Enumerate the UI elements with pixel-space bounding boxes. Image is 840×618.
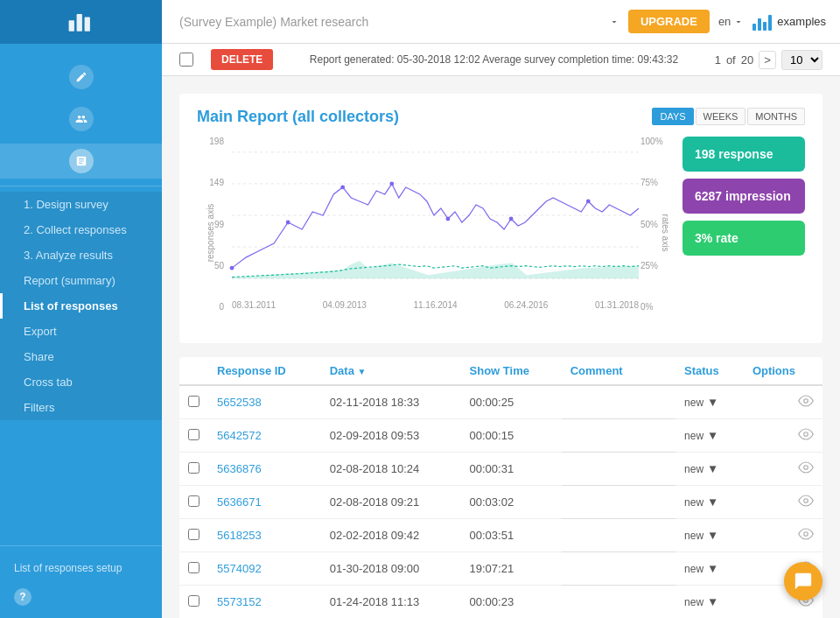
row-response-id-5573152: 5573152 [208, 586, 321, 619]
row-data-5636876: 02-08-2018 10:24 [321, 453, 461, 486]
chart-svg [232, 137, 639, 294]
svg-point-10 [340, 186, 345, 190]
row-comment-5573152 [562, 586, 676, 619]
row-checkbox-5636671[interactable] [188, 495, 200, 507]
toolbar: DELETE Report generated: 05-30-2018 12:0… [162, 44, 840, 76]
col-header-status[interactable]: Status [676, 357, 744, 385]
col-header-data[interactable]: Data ▼ [321, 357, 461, 385]
sidebar-item-share[interactable]: Share [0, 344, 162, 369]
row-checkbox-5574092[interactable] [188, 562, 200, 573]
response-id-link-5618253[interactable]: 5618253 [217, 529, 262, 542]
row-checkbox-5573152[interactable] [188, 595, 200, 607]
row-show-time-5636671: 00:03:02 [461, 486, 562, 519]
chat-bubble-button[interactable] [784, 562, 822, 600]
row-checkbox-5636876[interactable] [188, 462, 200, 474]
delete-button[interactable]: DELETE [211, 49, 273, 70]
sidebar-item-cross-tab[interactable]: Cross tab [0, 369, 162, 395]
svg-point-12 [446, 217, 451, 221]
svg-rect-0 [68, 20, 74, 32]
response-id-link-5652538[interactable]: 5652538 [217, 396, 262, 409]
chart-area: 08.31.2011 04.09.2013 11.16.2014 06.24.2… [232, 137, 639, 312]
eye-icon-5642572[interactable] [798, 431, 814, 445]
response-id-link-5636876[interactable]: 5636876 [217, 462, 262, 475]
sidebar-item-export[interactable]: Export [0, 319, 162, 344]
status-badge-5642572: new ▼ [684, 429, 718, 442]
sidebar-item-filters[interactable]: Filters [0, 395, 162, 420]
status-dropdown-5636876[interactable]: ▼ [707, 462, 718, 475]
row-status-5618253: new ▼ [676, 519, 744, 552]
response-id-link-5573152[interactable]: 5573152 [217, 595, 262, 608]
upgrade-button[interactable]: UPGRADE [628, 10, 710, 33]
sidebar-item-report-summary[interactable]: Report (summary) [0, 268, 162, 293]
topbar: (Survey Example) Market research UPGRADE… [162, 0, 840, 44]
svg-point-18 [804, 499, 808, 503]
response-id-link-5642572[interactable]: 5642572 [217, 429, 262, 442]
sidebar-item-analyze-results[interactable]: 3. Analyze results [0, 242, 162, 268]
table-row: 5642572 02-09-2018 09:53 00:00:15 new ▼ [179, 419, 822, 453]
time-btn-days[interactable]: DAYS [652, 108, 693, 125]
nav-icon-design[interactable] [0, 60, 162, 95]
select-all-checkbox[interactable] [179, 53, 193, 67]
y-axis-left: 198 149 99 50 0 [197, 137, 228, 312]
time-btn-weeks[interactable]: WEEKS [696, 108, 746, 125]
table-row: 5636876 02-08-2018 10:24 00:00:31 new ▼ [179, 453, 822, 486]
row-status-5642572: new ▼ [676, 419, 744, 453]
row-checkbox-5652538[interactable] [188, 396, 200, 407]
svg-rect-2 [84, 18, 89, 32]
row-options-5652538 [744, 385, 822, 419]
row-checkbox-5618253[interactable] [188, 529, 200, 540]
row-comment-5652538 [562, 385, 676, 419]
row-data-5642572: 02-09-2018 09:53 [321, 419, 461, 453]
row-status-5573152: new ▼ [676, 586, 744, 619]
response-id-link-5636671[interactable]: 5636671 [217, 495, 262, 509]
per-page-select[interactable]: 10 20 50 [781, 50, 822, 70]
row-comment-5642572 [562, 419, 676, 453]
row-checkbox-cell [179, 385, 208, 419]
row-checkbox-cell [179, 486, 208, 519]
row-response-id-5642572: 5642572 [208, 419, 321, 453]
eye-icon-5636671[interactable] [798, 497, 814, 511]
eye-icon-5652538[interactable] [798, 397, 814, 411]
row-response-id-5618253: 5618253 [208, 519, 321, 552]
sidebar: 1. Design survey 2. Collect responses 3.… [0, 0, 162, 618]
row-show-time-5574092: 19:07:21 [461, 552, 562, 586]
content-area: Main Report (all collectors) DAYS WEEKS … [162, 76, 840, 618]
row-show-time-5636876: 00:00:31 [461, 453, 562, 486]
col-header-comment[interactable]: Comment [562, 357, 676, 385]
status-dropdown-5618253[interactable]: ▼ [707, 529, 718, 542]
analyze-icon [69, 149, 94, 173]
chart-and-stats: responses axis rates axis 198 149 99 50 … [197, 137, 805, 329]
sidebar-item-design-survey[interactable]: 1. Design survey [0, 192, 162, 217]
status-badge-5636876: new ▼ [684, 462, 718, 475]
col-header-show-time[interactable]: Show Time [461, 357, 562, 385]
time-btn-months[interactable]: MONTHS [747, 108, 805, 125]
survey-dropdown-button[interactable] [609, 17, 620, 27]
account-logo-area: examples [752, 13, 826, 31]
status-dropdown-5574092[interactable]: ▼ [707, 562, 718, 575]
status-dropdown-5642572[interactable]: ▼ [707, 429, 718, 442]
help-link[interactable]: ? [0, 581, 162, 613]
col-header-response-id[interactable]: Response ID [208, 357, 321, 385]
sidebar-item-list-responses[interactable]: List of responses [0, 293, 162, 319]
nav-icon-analyze[interactable] [0, 144, 162, 179]
nav-icon-collect[interactable] [0, 102, 162, 137]
status-dropdown-5652538[interactable]: ▼ [707, 396, 718, 409]
row-show-time-5642572: 00:00:15 [461, 419, 562, 453]
row-comment-5636876 [562, 453, 676, 486]
row-checkbox-cell [179, 552, 208, 586]
list-responses-setup-link[interactable]: List of responses setup [0, 555, 162, 581]
response-id-link-5574092[interactable]: 5574092 [217, 562, 262, 575]
row-comment-5636671 [562, 486, 676, 519]
status-badge-5574092: new ▼ [684, 562, 718, 575]
row-data-5573152: 01-24-2018 11:13 [321, 586, 461, 619]
status-dropdown-5573152[interactable]: ▼ [707, 595, 718, 608]
sidebar-item-collect-responses[interactable]: 2. Collect responses [0, 217, 162, 242]
row-checkbox-5642572[interactable] [188, 429, 200, 440]
eye-icon-5636876[interactable] [798, 464, 814, 478]
eye-icon-5618253[interactable] [798, 530, 814, 544]
language-selector[interactable]: en [718, 15, 744, 28]
next-page-button[interactable]: > [759, 51, 776, 69]
status-dropdown-5636671[interactable]: ▼ [707, 495, 718, 509]
row-options-5618253 [744, 519, 822, 552]
row-checkbox-cell [179, 453, 208, 486]
